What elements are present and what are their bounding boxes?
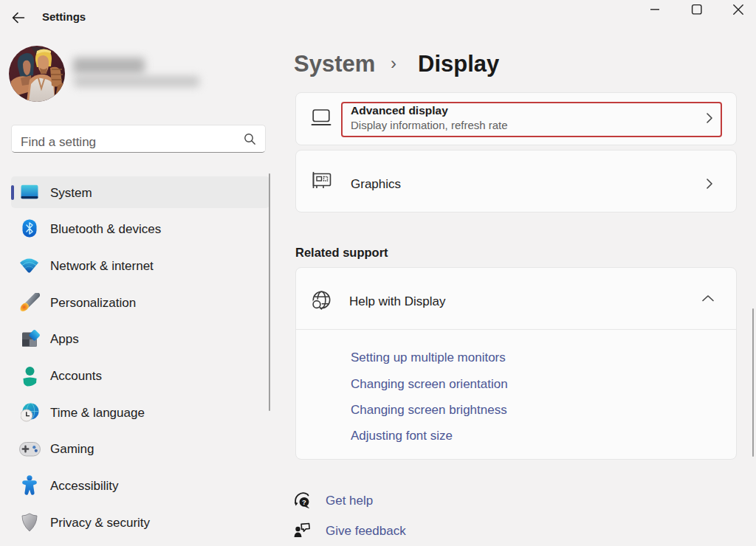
svg-text:?: ? xyxy=(302,498,306,506)
